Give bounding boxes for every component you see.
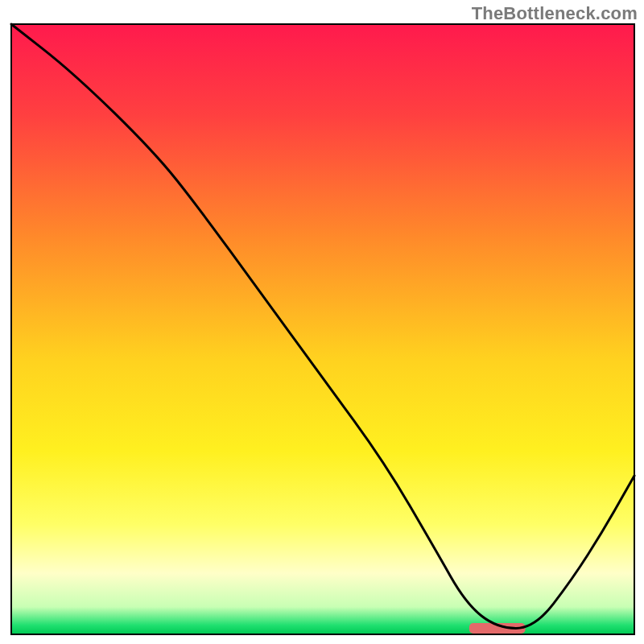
- watermark-text: TheBottleneck.com: [472, 3, 638, 24]
- chart-svg: [0, 0, 644, 644]
- plot-background: [11, 24, 634, 634]
- chart-stage: TheBottleneck.com: [0, 0, 644, 644]
